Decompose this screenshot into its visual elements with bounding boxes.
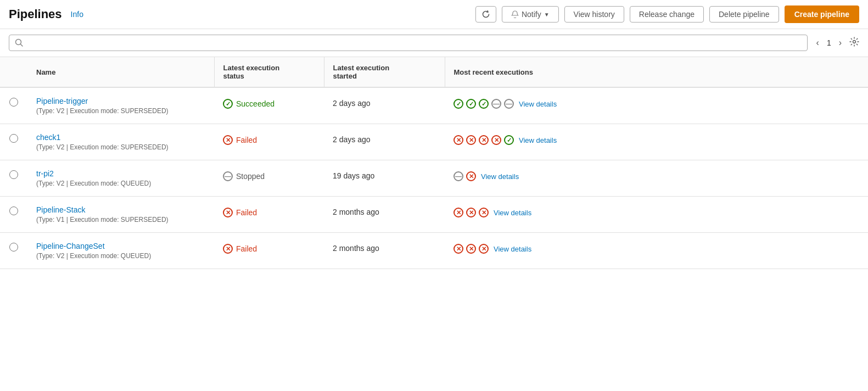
failed-icon: ✕ — [466, 208, 476, 217]
settings-icon — [849, 37, 859, 47]
pipeline-name-check1[interactable]: check1 — [36, 133, 205, 142]
started-cell-pipeline-changeset: 2 months ago — [333, 242, 436, 253]
bell-icon — [511, 10, 519, 18]
status-cell-pipeline-stack: ✕Failed — [223, 205, 315, 217]
svg-point-2 — [853, 40, 856, 43]
stopped-icon: — — [504, 99, 514, 109]
col-checkbox — [0, 57, 27, 87]
failed-icon: ✕ — [466, 244, 476, 254]
started-cell-pipeline-trigger: 2 days ago — [333, 97, 436, 108]
page-number: 1 — [827, 38, 831, 47]
status-label-check1: Failed — [236, 136, 257, 144]
svg-line-1 — [21, 44, 23, 47]
view-details-link-pipeline-trigger[interactable]: View details — [519, 100, 557, 108]
failed-icon: ✕ — [223, 208, 233, 217]
failed-icon: ✕ — [223, 244, 233, 254]
failed-icon: ✕ — [453, 208, 463, 217]
delete-pipeline-label: Delete pipeline — [719, 10, 770, 19]
stopped-icon: — — [223, 171, 233, 181]
row-radio-check1[interactable] — [9, 134, 18, 143]
pipeline-name-pipeline-stack[interactable]: Pipeline-Stack — [36, 205, 205, 214]
status-label-pipeline-trigger: Succeeded — [236, 99, 275, 108]
success-icon: ✓ — [223, 99, 233, 109]
refresh-icon — [481, 10, 490, 19]
pipeline-meta-check1: (Type: V2 | Execution mode: SUPERSEDED) — [36, 143, 205, 151]
status-label-pipeline-changeset: Failed — [236, 244, 257, 253]
success-icon: ✓ — [466, 99, 476, 109]
prev-arrow-icon: ‹ — [816, 38, 819, 47]
pagination-controls: ‹ 1 › — [813, 37, 859, 49]
pipeline-meta-pipeline-changeset: (Type: V2 | Execution mode: QUEUED) — [36, 252, 205, 260]
search-container — [9, 35, 808, 51]
release-change-label: Release change — [639, 10, 695, 19]
pipeline-meta-pipeline-stack: (Type: V1 | Execution mode: SUPERSEDED) — [36, 216, 205, 224]
started-cell-tr-pi2: 19 days ago — [333, 169, 436, 180]
row-radio-pipeline-stack[interactable] — [9, 206, 18, 215]
pipeline-name-pipeline-trigger[interactable]: Pipeline-trigger — [36, 97, 205, 105]
failed-icon: ✕ — [466, 135, 476, 145]
view-details-link-pipeline-stack[interactable]: View details — [494, 209, 531, 217]
page-title: Pipelines — [9, 7, 62, 21]
top-bar: Pipelines Info Notify ▼ View history Rel… — [0, 0, 868, 29]
executions-cell-check1: ✕✕✕✕✓ View details — [453, 133, 859, 145]
pipeline-meta-tr-pi2: (Type: V2 | Execution mode: QUEUED) — [36, 180, 205, 187]
started-cell-pipeline-stack: 2 months ago — [333, 205, 436, 216]
notify-dropdown-arrow: ▼ — [544, 12, 550, 18]
next-arrow-icon: › — [839, 38, 842, 47]
info-link[interactable]: Info — [71, 10, 83, 19]
view-details-link-check1[interactable]: View details — [519, 136, 557, 144]
release-change-button[interactable]: Release change — [630, 6, 704, 23]
stopped-icon: — — [453, 171, 463, 181]
pipelines-table: Name Latest executionstatus Latest execu… — [0, 57, 868, 269]
row-radio-pipeline-trigger[interactable] — [9, 98, 18, 107]
table-header-row: Name Latest executionstatus Latest execu… — [0, 57, 868, 87]
col-recent-executions: Most recent executions — [445, 57, 868, 87]
row-radio-tr-pi2[interactable] — [9, 170, 18, 179]
view-details-link-tr-pi2[interactable]: View details — [481, 172, 519, 181]
prev-page-button[interactable]: ‹ — [813, 37, 822, 49]
table-row: check1 (Type: V2 | Execution mode: SUPER… — [0, 124, 868, 160]
table-row: tr-pi2 (Type: V2 | Execution mode: QUEUE… — [0, 160, 868, 197]
failed-icon: ✕ — [453, 135, 463, 145]
executions-cell-pipeline-trigger: ✓✓✓—— View details — [453, 97, 859, 109]
stopped-icon: — — [491, 99, 501, 109]
create-pipeline-button[interactable]: Create pipeline — [785, 5, 859, 23]
status-cell-pipeline-trigger: ✓Succeeded — [223, 97, 315, 109]
failed-icon: ✕ — [223, 135, 233, 145]
table-row: Pipeline-trigger (Type: V2 | Execution m… — [0, 87, 868, 124]
delete-pipeline-button[interactable]: Delete pipeline — [709, 6, 779, 23]
notify-button[interactable]: Notify ▼ — [502, 6, 559, 23]
success-icon: ✓ — [479, 99, 489, 109]
view-details-link-pipeline-changeset[interactable]: View details — [494, 245, 531, 253]
started-cell-check1: 2 days ago — [333, 133, 436, 144]
refresh-button[interactable] — [475, 6, 496, 23]
view-history-button[interactable]: View history — [564, 6, 624, 23]
next-page-button[interactable]: › — [836, 37, 845, 49]
pipeline-meta-pipeline-trigger: (Type: V2 | Execution mode: SUPERSEDED) — [36, 107, 205, 115]
status-cell-pipeline-changeset: ✕Failed — [223, 242, 315, 254]
status-cell-check1: ✕Failed — [223, 133, 315, 145]
executions-cell-tr-pi2: —✕ View details — [453, 169, 859, 181]
col-execution-status: Latest executionstatus — [214, 57, 324, 87]
pipelines-table-wrapper: Name Latest executionstatus Latest execu… — [0, 57, 868, 269]
failed-icon: ✕ — [491, 135, 501, 145]
table-row: Pipeline-Stack (Type: V1 | Execution mod… — [0, 197, 868, 233]
failed-icon: ✕ — [479, 208, 489, 217]
failed-icon: ✕ — [479, 135, 489, 145]
success-icon: ✓ — [453, 99, 463, 109]
table-settings-button[interactable] — [849, 37, 859, 49]
failed-icon: ✕ — [479, 244, 489, 254]
table-row: Pipeline-ChangeSet (Type: V2 | Execution… — [0, 233, 868, 269]
pipeline-name-tr-pi2[interactable]: tr-pi2 — [36, 169, 205, 178]
executions-cell-pipeline-changeset: ✕✕✕ View details — [453, 242, 859, 254]
search-icon — [15, 38, 24, 47]
row-radio-pipeline-changeset[interactable] — [9, 243, 18, 252]
executions-cell-pipeline-stack: ✕✕✕ View details — [453, 205, 859, 217]
notify-label: Notify — [522, 10, 541, 19]
view-history-label: View history — [574, 10, 615, 19]
status-cell-tr-pi2: —Stopped — [223, 169, 315, 181]
success-icon: ✓ — [504, 135, 514, 145]
col-name: Name — [27, 57, 214, 87]
search-input[interactable] — [27, 38, 802, 47]
pipeline-name-pipeline-changeset[interactable]: Pipeline-ChangeSet — [36, 242, 205, 250]
